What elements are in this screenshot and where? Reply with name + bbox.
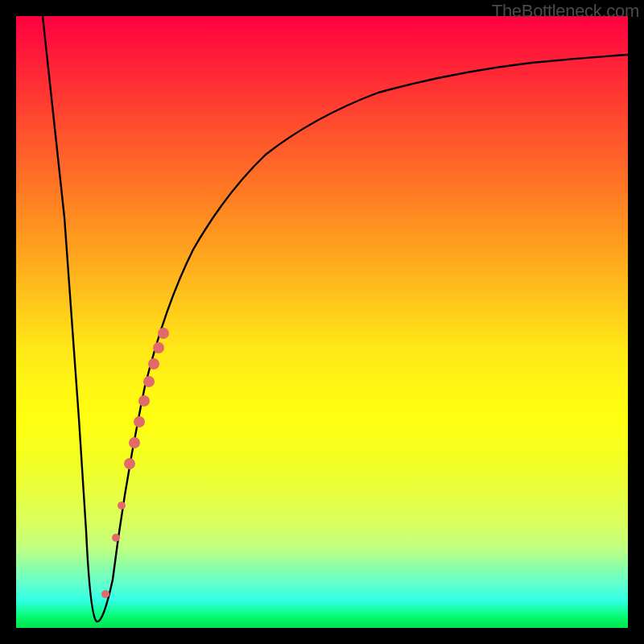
svg-point-10 <box>158 328 169 339</box>
svg-point-0 <box>101 590 109 598</box>
watermark-text: TheBottleneck.com <box>492 1 639 22</box>
bottleneck-curve <box>43 16 628 621</box>
chart-frame: TheBottleneck.com <box>0 0 644 644</box>
svg-point-7 <box>143 376 155 387</box>
plot-area <box>16 16 628 628</box>
svg-point-6 <box>138 395 150 407</box>
highlight-dots <box>101 328 169 598</box>
svg-point-1 <box>112 534 120 542</box>
svg-point-2 <box>118 502 126 510</box>
svg-point-3 <box>124 458 135 469</box>
svg-point-4 <box>129 437 140 448</box>
svg-point-8 <box>148 358 159 369</box>
svg-point-5 <box>134 416 145 427</box>
curve-layer <box>16 16 628 628</box>
svg-point-9 <box>153 342 164 353</box>
